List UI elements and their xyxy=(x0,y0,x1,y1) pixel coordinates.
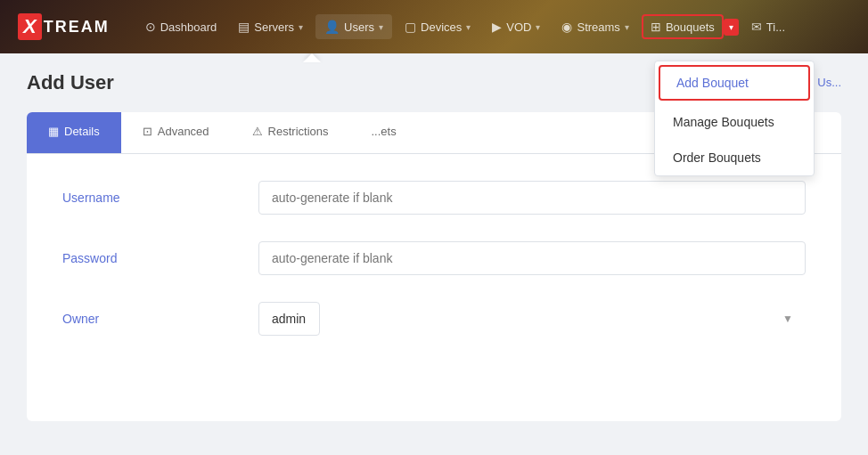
sidebar-item-users[interactable]: 👤 Users ▾ xyxy=(315,14,392,39)
password-input[interactable] xyxy=(258,241,806,275)
bouquets-tab-label: ...ets xyxy=(372,125,397,138)
logo[interactable]: X TREAM xyxy=(18,13,110,40)
bouquets-dropdown-menu: Add Bouquet Manage Bouquets Order Bouque… xyxy=(654,61,815,176)
username-input[interactable] xyxy=(258,181,806,215)
chevron-down-icon: ▾ xyxy=(466,22,471,32)
advanced-tab-label: Advanced xyxy=(158,125,209,138)
devices-icon: ▢ xyxy=(405,20,416,34)
username-label: Username xyxy=(62,191,241,205)
tab-advanced[interactable]: ⊡ Advanced xyxy=(121,112,231,153)
streams-label: Streams xyxy=(577,20,619,34)
bouquets-dropdown-toggle[interactable]: ▾ xyxy=(724,19,739,36)
main-nav: ⊙ Dashboard ▤ Servers ▾ 👤 Users ▾ ▢ Devi… xyxy=(136,14,850,39)
advanced-tab-icon: ⊡ xyxy=(143,125,152,138)
tickets-icon: ✉ xyxy=(751,20,762,34)
users-label: Users xyxy=(344,20,374,34)
dashboard-icon: ⊙ xyxy=(145,20,156,34)
password-row: Password xyxy=(62,241,806,275)
manage-bouquets-label: Manage Bouquets xyxy=(673,115,774,129)
tab-details[interactable]: ▦ Details xyxy=(27,112,121,153)
details-tab-icon: ▦ xyxy=(48,125,59,138)
bouquets-icon: ⊞ xyxy=(651,20,661,34)
servers-icon: ▤ xyxy=(238,20,250,34)
sidebar-item-servers[interactable]: ▤ Servers ▾ xyxy=(229,14,312,39)
owner-label: Owner xyxy=(62,312,241,326)
username-row: Username xyxy=(62,181,806,215)
chevron-down-icon: ▾ xyxy=(299,22,303,32)
tab-bouquets[interactable]: ...ets xyxy=(350,112,418,153)
password-label: Password xyxy=(62,251,241,265)
form-container: Username Password Owner admin xyxy=(27,154,841,421)
chevron-down-icon: ▾ xyxy=(379,22,383,32)
vod-label: VOD xyxy=(506,20,531,34)
servers-label: Servers xyxy=(254,20,294,34)
header: X TREAM ⊙ Dashboard ▤ Servers ▾ 👤 Users … xyxy=(0,0,868,53)
sidebar-item-devices[interactable]: ▢ Devices ▾ xyxy=(396,14,479,39)
dashboard-label: Dashboard xyxy=(160,20,217,34)
order-bouquets-label: Order Bouquets xyxy=(673,150,761,165)
sidebar-item-vod[interactable]: ▶ VOD ▾ xyxy=(483,14,549,39)
streams-icon: ◉ xyxy=(561,20,572,34)
add-bouquet-label: Add Bouquet xyxy=(676,76,749,90)
vod-icon: ▶ xyxy=(492,20,502,34)
sidebar-item-dashboard[interactable]: ⊙ Dashboard xyxy=(136,14,226,39)
tickets-label: Ti... xyxy=(766,20,785,34)
users-icon: 👤 xyxy=(324,20,340,34)
sidebar-item-tickets[interactable]: ✉ Ti... xyxy=(742,14,794,39)
manage-bouquets-item[interactable]: Manage Bouquets xyxy=(655,104,814,140)
chevron-down-icon: ▾ xyxy=(536,22,540,32)
logo-text: TREAM xyxy=(44,18,110,37)
add-bouquet-item[interactable]: Add Bouquet xyxy=(659,65,810,101)
order-bouquets-item[interactable]: Order Bouquets xyxy=(655,140,814,175)
details-tab-label: Details xyxy=(64,125,100,138)
sidebar-item-streams[interactable]: ◉ Streams ▾ xyxy=(553,14,637,39)
owner-row: Owner admin xyxy=(62,302,806,336)
restrictions-tab-icon: ⚠ xyxy=(252,125,263,138)
tab-restrictions[interactable]: ⚠ Restrictions xyxy=(231,112,350,153)
logo-x: X xyxy=(18,13,42,40)
restrictions-tab-label: Restrictions xyxy=(268,125,329,138)
users-dropdown-arrow xyxy=(303,53,321,62)
devices-label: Devices xyxy=(421,20,462,34)
sidebar-item-bouquets[interactable]: ⊞ Bouquets xyxy=(642,14,724,39)
owner-select-wrapper: admin xyxy=(258,302,806,336)
owner-select[interactable]: admin xyxy=(258,302,320,336)
bouquets-label: Bouquets xyxy=(666,20,715,34)
chevron-down-icon: ▾ xyxy=(625,22,629,32)
